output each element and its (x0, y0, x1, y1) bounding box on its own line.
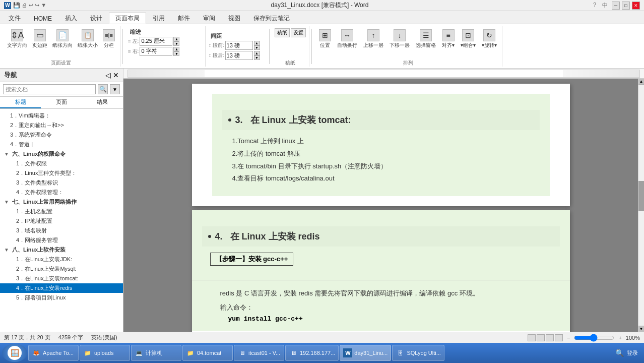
nav-toggle-7[interactable]: ▼ (4, 199, 10, 205)
indent-right-up[interactable]: ▲ (173, 47, 179, 51)
spacing-before-up[interactable]: ▲ (254, 41, 260, 45)
tab-save-cloud[interactable]: 保存到云笔记 (247, 13, 296, 24)
indent-left-up[interactable]: ▲ (173, 37, 179, 41)
nav-item-6-2[interactable]: 2．Linux三种文件类型： (0, 168, 123, 178)
nav-item-1[interactable]: 2．重定向输出→和>> (0, 120, 123, 130)
nav-collapse-icon[interactable]: ◁ (105, 71, 111, 79)
tab-insert[interactable]: 插入 (58, 13, 84, 24)
taskbar-item-sqlyog[interactable]: 🗄 SQLyog Ulti... (392, 345, 444, 361)
nav-item-7-2[interactable]: 2．IP地址配置 (0, 216, 123, 226)
zoom-plus[interactable]: + (618, 335, 621, 341)
zoom-minus[interactable]: − (567, 335, 570, 341)
tab-pagelayout[interactable]: 页面布局 (109, 13, 146, 24)
indent-left-input[interactable] (140, 37, 172, 46)
tab-review[interactable]: 审阅 (197, 13, 222, 24)
taskbar-item-uploads[interactable]: 📁 uploads (80, 345, 130, 361)
nav-item-6-4[interactable]: 4．文件权限管理： (0, 188, 123, 197)
nav-item-8-3[interactable]: 3．在Linux上安装tomcat: (0, 274, 123, 283)
close-btn[interactable]: ✕ (632, 2, 640, 10)
tab-mailings[interactable]: 邮件 (171, 13, 197, 24)
taskbar-label-apache: Apache To... (43, 350, 74, 356)
nav-item-section8[interactable]: ▼ 八、Linux上软件安装 (0, 245, 123, 255)
spacing-before-input[interactable] (225, 41, 253, 50)
scrollbar-track[interactable] (638, 85, 644, 326)
view-web-btn[interactable] (537, 334, 545, 341)
scrollbar-thumb[interactable] (638, 181, 644, 211)
nav-item-section7[interactable]: ▼ 七、Linux上常用网络操作 (0, 197, 123, 207)
align-btn[interactable]: ≡ 对齐▾ (440, 28, 457, 50)
scrollbar-up-btn[interactable]: ▲ (638, 79, 644, 85)
maximize-btn[interactable]: □ (622, 2, 630, 10)
nav-tab-pages[interactable]: 页面 (41, 97, 82, 108)
zoom-slider[interactable] (574, 335, 614, 341)
watermark-btn[interactable]: 稿纸 (275, 28, 290, 37)
nav-item-6-3[interactable]: 3．文件类型标识 (0, 178, 123, 188)
taskbar-item-computer[interactable]: 💻 计算机 (131, 345, 181, 361)
margins-btn[interactable]: ▭ 页边距 (30, 28, 49, 50)
search-taskbar-icon[interactable]: 🔍 (615, 349, 624, 357)
tab-view[interactable]: 视图 (222, 13, 247, 24)
tab-file[interactable]: 文件 (2, 13, 27, 24)
indent-right-down[interactable]: ▼ (173, 51, 179, 56)
select-pane-btn[interactable]: ☰ 选择窗格 (414, 28, 438, 50)
nav-item-8-1[interactable]: 1．在Linux上安装JDK: (0, 255, 123, 264)
nav-search-options-btn[interactable]: ▼ (110, 84, 120, 94)
nav-item-2[interactable]: 3．系统管理命令 (0, 130, 123, 140)
nav-item-section6[interactable]: ▼ 六、Linux的权限命令 (0, 149, 123, 159)
tab-home[interactable]: HOME (27, 13, 58, 24)
nav-item-8-2[interactable]: 2．在Linux上安装Mysql: (0, 264, 123, 274)
group-btn[interactable]: ⊡ ▾组合▾ (459, 28, 478, 50)
text-direction-btn[interactable]: ⇕A 文字方向 (5, 28, 29, 50)
help-btn[interactable]: ? (593, 2, 596, 10)
rotate-btn[interactable]: ↻ ▾旋转▾ (480, 28, 499, 50)
uploads-icon: 📁 (83, 348, 92, 357)
columns-btn[interactable]: ≡|≡ 分栏 (101, 28, 117, 50)
taskbar-item-apache[interactable]: 🦊 Apache To... (28, 345, 79, 361)
spacing-after-up[interactable]: ▲ (254, 51, 260, 55)
spacing-before-down[interactable]: ▼ (254, 45, 260, 50)
nav-item-7-3[interactable]: 3．域名映射 (0, 226, 123, 235)
nav-item-8-5[interactable]: 5．部署项目到Linux (0, 293, 123, 302)
tab-design[interactable]: 设计 (84, 13, 109, 24)
tab-references[interactable]: 引用 (146, 13, 171, 24)
move-down-btn[interactable]: ↓ 下移一层 (388, 28, 412, 50)
view-outline-btn[interactable] (546, 334, 554, 341)
window-controls[interactable]: ? 中 ─ □ ✕ (593, 2, 640, 10)
nav-toggle-6[interactable]: ▼ (4, 151, 10, 157)
nav-item-7-1[interactable]: 1．主机名配置 (0, 207, 123, 216)
nav-close-icon[interactable]: ✕ (113, 71, 119, 79)
minimize-btn[interactable]: ─ (612, 2, 620, 10)
size-btn[interactable]: 📋 纸张大小 (76, 28, 100, 50)
taskbar-item-tomcat[interactable]: 📁 04.tomcat (182, 345, 233, 361)
nav-toggle-8[interactable]: ▼ (4, 247, 10, 253)
nav-item-8-4[interactable]: 4．在Linux上安装redis (0, 283, 123, 293)
nav-tab-results[interactable]: 结果 (82, 97, 123, 108)
nav-item-7-4[interactable]: 4．网络服务管理 (0, 235, 123, 245)
scrollbar-vertical[interactable]: ▲ ▼ (638, 79, 644, 332)
view-print-btn[interactable] (528, 334, 536, 341)
taskbar-item-itcast[interactable]: 🖥 itcast01 - V... (234, 345, 284, 361)
position-btn[interactable]: ⊞ 位置 (317, 28, 333, 50)
taskbar-item-word[interactable]: W day31_Linu... (340, 345, 391, 361)
spacing-after-input[interactable] (225, 51, 253, 60)
move-up-btn[interactable]: ↑ 上移一层 (361, 28, 385, 50)
indent-right-input[interactable] (140, 47, 172, 56)
nav-search-btn[interactable]: 🔍 (98, 84, 108, 94)
nav-item-0[interactable]: 1．Vim编辑器： (0, 111, 123, 120)
indent-left-down[interactable]: ▼ (173, 41, 179, 46)
lang-btn[interactable]: 中 (602, 2, 608, 10)
orientation-btn[interactable]: 📄 纸张方向 (50, 28, 75, 50)
nav-item-6-1[interactable]: 1．文件权限 (0, 159, 123, 168)
nav-controls[interactable]: ◁ ✕ (105, 71, 119, 79)
nav-search-input[interactable] (3, 84, 96, 94)
nav-tab-headings[interactable]: 标题 (0, 97, 41, 108)
nav-item-3[interactable]: 4．管道 | (0, 140, 123, 149)
view-btns[interactable] (528, 334, 563, 341)
scrollbar-down-btn[interactable]: ▼ (638, 326, 644, 332)
spacing-after-down[interactable]: ▼ (254, 55, 260, 60)
start-button[interactable]: 🪟 (2, 344, 27, 362)
auto-wrap-btn[interactable]: ↔ 自动换行 (335, 28, 359, 50)
view-draft-btn[interactable] (555, 334, 563, 341)
taskbar-item-192[interactable]: 🖥 192.168.177... (285, 345, 339, 361)
page-color-btn[interactable]: 设置 (291, 28, 306, 37)
